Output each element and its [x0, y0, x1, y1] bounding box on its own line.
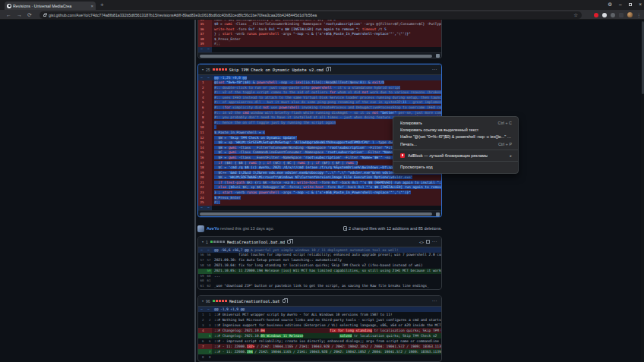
new-line-number[interactable] — [205, 156, 212, 161]
rich-diff-icon[interactable] — [426, 240, 430, 244]
new-line-number[interactable] — [205, 111, 212, 116]
new-line-number[interactable] — [205, 150, 212, 156]
old-line-number[interactable]: 21 — [198, 181, 205, 186]
old-line-number[interactable] — [198, 349, 205, 354]
extension-icon[interactable] — [602, 13, 607, 17]
new-line-number[interactable] — [205, 165, 212, 171]
old-line-number[interactable]: 56 — [198, 253, 205, 258]
context-menu-item[interactable]: Копировать ссылку на выделенный текст — [393, 126, 518, 133]
context-menu-item[interactable]: Печать...Ctrl + P — [393, 140, 518, 147]
revision-time[interactable]: 13 days ago. — [250, 226, 274, 231]
copy-icon[interactable] — [287, 240, 291, 244]
old-line-number[interactable]: 61 — [198, 284, 205, 289]
new-line-number[interactable] — [205, 161, 212, 166]
old-line-number[interactable]: 38 — [198, 37, 205, 42]
old-line-number[interactable]: 16 — [198, 156, 205, 161]
new-line-number[interactable]: 57 — [205, 258, 212, 263]
url-text[interactable]: gist.github.com/AveYo/c74dc774a8fb81a332… — [49, 13, 571, 17]
new-line-number[interactable]: 61 — [205, 279, 212, 284]
new-line-number[interactable] — [205, 90, 212, 96]
context-menu-item[interactable]: Найти "@(set "0=%~f0"|$0) & powershell -… — [393, 134, 518, 140]
old-line-number[interactable]: 25 — [198, 200, 205, 206]
chevron-down-icon[interactable]: ▾ — [202, 299, 204, 303]
old-line-number[interactable]: 37 — [198, 32, 205, 37]
old-line-number[interactable]: 4 — [198, 328, 205, 333]
context-menu-item[interactable]: КопироватьCtrl + C — [393, 119, 518, 126]
new-line-number[interactable] — [205, 171, 212, 176]
new-line-number[interactable] — [205, 37, 212, 42]
new-line-number[interactable]: 60 — [205, 274, 212, 279]
new-line-number[interactable]: 2 — [205, 317, 212, 323]
new-line-number[interactable] — [205, 190, 212, 196]
window-maximize-button[interactable] — [629, 3, 633, 7]
context-menu-item[interactable]: Просмотреть код — [393, 163, 518, 170]
new-line-number[interactable] — [205, 344, 212, 349]
old-line-number[interactable] — [198, 269, 205, 274]
old-line-number[interactable]: 18 — [198, 165, 205, 171]
extension-icon[interactable] — [611, 13, 615, 17]
horizontal-scrollbar[interactable] — [198, 52, 441, 58]
forward-button[interactable]: → — [17, 12, 22, 17]
new-line-number[interactable] — [205, 140, 212, 146]
old-line-number[interactable]: 23 — [198, 190, 205, 196]
horizontal-scrollbar[interactable] — [198, 210, 441, 216]
kebab-menu-icon[interactable]: ⋯ — [432, 298, 438, 304]
old-line-number[interactable]: 22 — [198, 185, 205, 190]
avatar[interactable] — [197, 225, 204, 232]
adblock-extension-icon[interactable] — [594, 13, 598, 17]
new-line-number[interactable]: 5 — [205, 333, 212, 338]
profile-avatar[interactable] — [627, 12, 633, 17]
kebab-menu-icon[interactable]: ⋯ — [432, 67, 438, 73]
old-line-number[interactable]: 15 — [198, 150, 205, 156]
old-line-number[interactable]: 17 — [198, 161, 205, 166]
new-line-number[interactable] — [205, 100, 212, 105]
old-line-number[interactable]: ⋯ — [198, 47, 205, 52]
chevron-down-icon[interactable]: ▾ — [202, 240, 204, 244]
new-line-number[interactable]: 8 — [205, 354, 212, 360]
new-line-number[interactable] — [205, 196, 212, 201]
old-line-number[interactable]: 5 — [198, 100, 205, 105]
old-line-number[interactable]: 58 — [198, 263, 205, 269]
page-scrollbar[interactable] — [641, 20, 644, 362]
chevron-down-icon[interactable]: ▾ — [202, 68, 204, 71]
author-link[interactable]: AveYo — [207, 226, 219, 231]
old-line-number[interactable]: 7 — [198, 344, 205, 349]
old-line-number[interactable]: 8 — [198, 115, 205, 121]
new-line-number[interactable] — [205, 131, 212, 136]
new-line-number[interactable]: 59 — [205, 269, 212, 274]
lock-icon[interactable] — [43, 14, 46, 17]
new-line-number[interactable] — [205, 42, 212, 47]
filename-link[interactable]: MediaCreationTool.bat — [229, 299, 280, 304]
new-line-number[interactable]: 3 — [205, 323, 212, 328]
new-line-number[interactable] — [205, 22, 212, 27]
back-button[interactable]: ← — [6, 12, 11, 17]
extension-icon[interactable] — [619, 13, 623, 17]
old-line-number[interactable]: 3 — [198, 90, 205, 96]
copy-icon[interactable] — [326, 68, 330, 71]
old-line-number[interactable]: 20 — [198, 175, 205, 181]
new-line-number[interactable]: 56 — [205, 253, 212, 258]
old-line-number[interactable]: 3 — [198, 323, 205, 328]
new-line-number[interactable]: ⋯ — [205, 47, 212, 52]
copy-icon[interactable] — [283, 299, 286, 303]
old-line-number[interactable]: 1 — [198, 80, 205, 86]
old-line-number[interactable]: 12 — [198, 136, 205, 141]
new-line-number[interactable]: 62 — [205, 284, 212, 289]
old-line-number[interactable] — [198, 333, 205, 338]
new-line-number[interactable]: 6 — [205, 338, 212, 344]
new-line-number[interactable]: 1 — [205, 312, 212, 317]
window-gear-icon[interactable]: ⚙ — [608, 2, 612, 7]
old-line-number[interactable]: 10 — [198, 125, 205, 131]
new-line-number[interactable]: 7 — [205, 349, 212, 354]
old-line-number[interactable]: 6 — [198, 105, 205, 111]
old-line-number[interactable]: 14 — [198, 146, 205, 151]
new-line-number[interactable] — [205, 115, 212, 121]
old-line-number[interactable]: 59 — [198, 274, 205, 279]
new-line-number[interactable] — [205, 185, 212, 190]
old-line-number[interactable]: 7 — [198, 111, 205, 116]
new-line-number[interactable] — [205, 80, 212, 86]
old-line-number[interactable]: 2 — [198, 86, 205, 91]
new-line-number[interactable] — [205, 27, 212, 33]
old-line-number[interactable]: ⋯ — [198, 206, 205, 211]
window-close-button[interactable]: × — [639, 2, 642, 7]
